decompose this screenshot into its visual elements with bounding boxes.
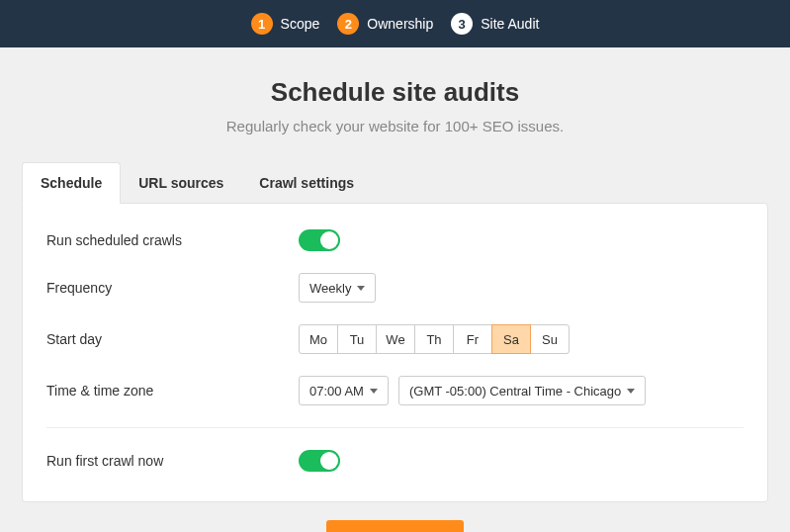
run-first-label: Run first crawl now xyxy=(46,453,299,469)
divider xyxy=(46,427,744,428)
step-badge: 1 xyxy=(251,13,273,35)
day-fr[interactable]: Fr xyxy=(453,324,492,354)
schedule-panel: Run scheduled crawls Frequency Weekly St… xyxy=(22,203,768,502)
run-scheduled-label: Run scheduled crawls xyxy=(46,232,299,248)
start-day-label: Start day xyxy=(46,331,299,347)
page-title: Schedule site audits xyxy=(16,77,774,108)
page-subtitle: Regularly check your website for 100+ SE… xyxy=(16,118,774,134)
run-first-toggle[interactable] xyxy=(299,450,340,472)
timezone-select[interactable]: (GMT -05:00) Central Time - Chicago xyxy=(398,376,646,405)
day-th[interactable]: Th xyxy=(414,324,454,354)
step-label: Scope xyxy=(281,16,320,32)
run-scheduled-toggle[interactable] xyxy=(299,229,340,251)
day-su[interactable]: Su xyxy=(530,324,570,354)
step-scope: 1 Scope xyxy=(251,13,320,35)
frequency-value: Weekly xyxy=(309,281,351,296)
timezone-value: (GMT -05:00) Central Time - Chicago xyxy=(409,384,621,399)
tab-url-sources[interactable]: URL sources xyxy=(121,162,241,204)
step-site-audit: 3 Site Audit xyxy=(451,13,539,35)
day-tu[interactable]: Tu xyxy=(337,324,377,354)
day-picker: Mo Tu We Th Fr Sa Su xyxy=(299,324,570,354)
wizard-stepper: 1 Scope 2 Ownership 3 Site Audit xyxy=(0,0,790,47)
day-we[interactable]: We xyxy=(376,324,415,354)
finish-button[interactable]: Finish xyxy=(326,520,464,532)
chevron-down-icon xyxy=(357,286,365,291)
step-badge: 2 xyxy=(337,13,359,35)
step-badge: 3 xyxy=(451,13,473,35)
chevron-down-icon xyxy=(370,389,378,394)
step-ownership: 2 Ownership xyxy=(337,13,433,35)
time-tz-label: Time & time zone xyxy=(46,383,299,399)
tab-schedule[interactable]: Schedule xyxy=(22,162,121,204)
day-sa[interactable]: Sa xyxy=(491,324,531,354)
step-label: Ownership xyxy=(367,16,433,32)
frequency-select[interactable]: Weekly xyxy=(299,273,376,303)
time-select[interactable]: 07:00 AM xyxy=(299,376,389,405)
tab-crawl-settings[interactable]: Crawl settings xyxy=(241,162,372,204)
frequency-label: Frequency xyxy=(46,280,299,296)
day-mo[interactable]: Mo xyxy=(299,324,338,354)
tab-bar: Schedule URL sources Crawl settings xyxy=(16,162,774,204)
step-label: Site Audit xyxy=(481,16,539,32)
time-value: 07:00 AM xyxy=(309,384,364,399)
chevron-down-icon xyxy=(627,389,635,394)
